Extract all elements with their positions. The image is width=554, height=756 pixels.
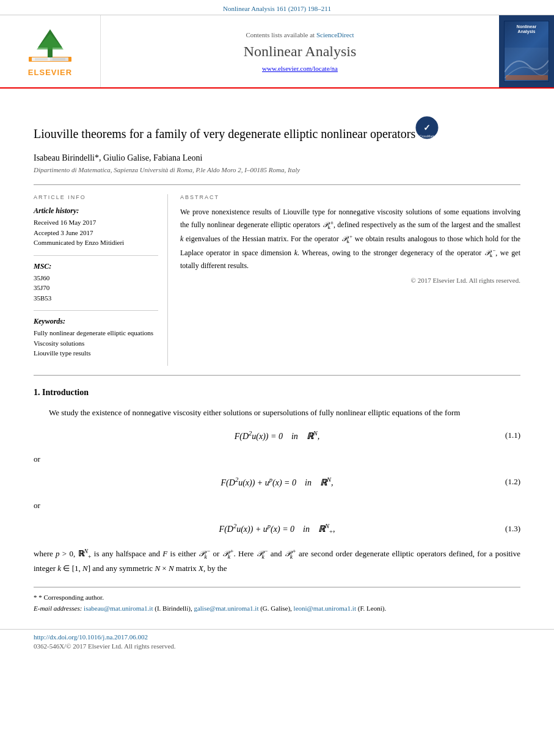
elsevier-logo-area: ELSEVIER <box>0 15 101 87</box>
sciencedirect-link[interactable]: ScienceDirect <box>316 31 354 38</box>
keyword-2: Viscosity solutions <box>34 338 158 349</box>
article-history-title: Article history: <box>34 206 158 216</box>
footnote-corresponding: * * Corresponding author. <box>34 592 520 603</box>
journal-title-heading: Nonlinear Analysis <box>244 43 357 60</box>
equation-1-3: F(D2u(x)) + up(x) = 0 in ℝN+, (1.3) <box>34 523 520 535</box>
footnote-emails: E-mail addresses: isabeau@mat.uniroma1.i… <box>34 603 520 614</box>
email-leoni[interactable]: leoni@mat.uniroma1.it <box>294 605 356 612</box>
journal-header: ELSEVIER Contents lists available at Sci… <box>0 15 554 89</box>
keywords-group: Keywords: Fully nonlinear degenerate ell… <box>34 317 158 358</box>
authors: Isabeau Birindelli*, Giulio Galise, Fabi… <box>34 153 520 163</box>
msc-label: MSC: <box>34 262 158 271</box>
crossmark-area: ✓ CrossMark <box>415 116 439 142</box>
eq-1-3-formula: F(D2u(x)) + up(x) = 0 in ℝN+, <box>219 523 335 535</box>
affiliation: Dipartimento di Matematica, Sapienza Uni… <box>34 166 520 173</box>
communicated-by: Communicated by Enzo Mitidieri <box>34 238 158 248</box>
and-word: and <box>148 549 160 558</box>
eq-1-1-label: (1.1) <box>505 431 520 440</box>
abstract-col: ABSTRACT We prove nonexistence results o… <box>180 194 520 366</box>
journal-cover-image: Nonlinear Analysis <box>504 21 549 82</box>
article-info-label: ARTICLE INFO <box>34 194 158 200</box>
intro-para-1: We study the existence of nonnegative vi… <box>34 406 520 419</box>
msc-group: MSC: 35J60 35J70 35B53 <box>34 262 158 303</box>
journal-url-link[interactable]: www.elsevier.com/locate/na <box>262 65 338 72</box>
eq-1-2-formula: F(D2u(x)) + up(x) = 0 in ℝN, <box>221 476 333 488</box>
crossmark-icon: ✓ CrossMark <box>415 116 439 139</box>
bottom-bar: http://dx.doi.org/10.1016/j.na.2017.06.0… <box>0 629 554 653</box>
elsevier-logo: ELSEVIER <box>26 26 75 77</box>
eq-1-2-label: (1.2) <box>505 477 520 487</box>
svg-marker-3 <box>37 34 64 49</box>
msc-code-1: 35J60 <box>34 273 158 283</box>
copyright-notice: © 2017 Elsevier Ltd. All rights reserved… <box>180 277 520 284</box>
eq-or-2: or <box>34 499 520 512</box>
section-title: Introduction <box>42 388 89 397</box>
journal-reference-text: Nonlinear Analysis 161 (2017) 198–211 <box>223 5 331 12</box>
eq-1-1-formula: F(D2u(x)) = 0 in ℝN, <box>235 430 320 442</box>
section-number: 1. <box>34 388 40 397</box>
journal-cover-area: Nonlinear Analysis <box>499 15 554 87</box>
keywords-label: Keywords: <box>34 317 158 326</box>
equation-1-2: F(D2u(x)) + up(x) = 0 in ℝN, (1.2) <box>34 476 520 488</box>
footnote-star-symbol: * <box>34 594 38 601</box>
journal-reference-bar: Nonlinear Analysis 161 (2017) 198–211 <box>0 0 554 15</box>
received-date: Received 16 May 2017 <box>34 217 158 228</box>
article-info-abstract: ARTICLE INFO Article history: Received 1… <box>34 184 520 376</box>
keyword-3: Liouville type results <box>34 348 158 358</box>
article-title: Liouville theorems for a family of very … <box>34 125 415 142</box>
email-galise-name: (G. Galise), <box>260 605 292 612</box>
svg-text:CrossMark: CrossMark <box>420 134 435 138</box>
abstract-text: We prove nonexistence results of Liouvil… <box>180 206 520 272</box>
svg-rect-10 <box>506 75 548 80</box>
doi-link: http://dx.doi.org/10.1016/j.na.2017.06.0… <box>34 633 520 641</box>
email-birindelli-name: (I. Birindelli), <box>155 605 192 612</box>
eq-or-1: or <box>34 453 520 465</box>
svg-text:✓: ✓ <box>423 123 431 133</box>
section-1-heading: 1. Introduction <box>34 388 520 398</box>
email-galise[interactable]: galise@mat.uniroma1.it <box>194 605 258 612</box>
doi-anchor[interactable]: http://dx.doi.org/10.1016/j.na.2017.06.0… <box>34 633 148 641</box>
footnote-section: * * Corresponding author. E-mail address… <box>34 587 520 614</box>
msc-code-3: 35B53 <box>34 293 158 303</box>
eq-1-3-label: (1.3) <box>505 524 520 534</box>
contents-available: Contents lists available at ScienceDirec… <box>246 31 354 38</box>
svg-rect-5 <box>50 57 68 61</box>
abstract-label: ABSTRACT <box>180 194 520 200</box>
elsevier-tree-icon <box>26 26 75 66</box>
article-history-group: Article history: Received 16 May 2017 Ac… <box>34 206 158 248</box>
email-birindelli[interactable]: isabeau@mat.uniroma1.it <box>84 605 153 612</box>
intro-para-2: where p > 0, ℝN+ is any halfspace and F … <box>34 547 520 575</box>
cover-title: Nonlinear Analysis <box>517 24 536 35</box>
elsevier-wordmark: ELSEVIER <box>28 68 72 77</box>
cover-decoration <box>505 48 549 81</box>
accepted-date: Accepted 3 June 2017 <box>34 228 158 238</box>
svg-rect-4 <box>32 57 50 61</box>
article-info-col: ARTICLE INFO Article history: Received 1… <box>34 194 168 366</box>
email-leoni-name: (F. Leoni). <box>358 605 386 612</box>
page: Nonlinear Analysis 161 (2017) 198–211 <box>0 0 554 756</box>
keyword-1: Fully nonlinear degenerate elliptic equa… <box>34 328 158 338</box>
issn-copyright: 0362-546X/© 2017 Elsevier Ltd. All right… <box>34 642 520 650</box>
article-content: Liouville theorems for a family of very … <box>0 89 554 626</box>
equation-1-1: F(D2u(x)) = 0 in ℝN, (1.1) <box>34 430 520 442</box>
journal-center-info: Contents lists available at ScienceDirec… <box>101 15 499 87</box>
msc-code-2: 35J70 <box>34 283 158 293</box>
journal-url: www.elsevier.com/locate/na <box>262 65 338 72</box>
